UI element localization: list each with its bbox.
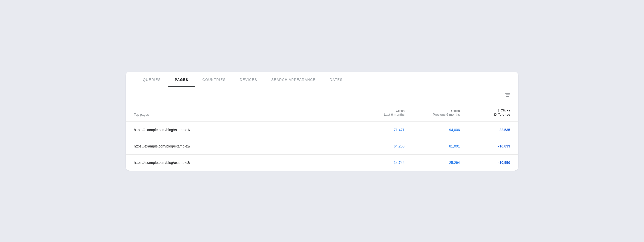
page-url[interactable]: https://example.com/blog/example2/ (134, 144, 349, 148)
col-diff-sort-row: ↑ Clicks (498, 108, 510, 113)
tab-pages[interactable]: PAGES (168, 72, 195, 87)
clicks-last-value: 71,471 (349, 128, 405, 132)
col-clicks-last-subtitle: Last 6 months (349, 113, 405, 116)
table-row: https://example.com/blog/example2/ 64,25… (126, 138, 518, 155)
clicks-prev-value: 94,006 (405, 128, 460, 132)
filter-line-2 (506, 95, 510, 95)
clicks-prev-value: 81,091 (405, 144, 460, 148)
col-clicks-last-title: Clicks (349, 109, 405, 113)
tab-bar: QUERIES PAGES COUNTRIES DEVICES SEARCH A… (126, 72, 518, 87)
diff-value: -16,833 (460, 144, 510, 148)
main-card: QUERIES PAGES COUNTRIES DEVICES SEARCH A… (126, 72, 518, 171)
col-diff-header: ↑ Clicks Difference (460, 108, 510, 116)
col-clicks-prev-subtitle: Previous 6 months (405, 113, 460, 116)
diff-value: -10,550 (460, 161, 510, 165)
data-table: Top pages Clicks Last 6 months Clicks Pr… (126, 103, 518, 171)
clicks-last-value: 14,744 (349, 161, 405, 165)
clicks-last-value: 64,258 (349, 144, 405, 148)
tab-queries[interactable]: QUERIES (136, 72, 168, 87)
col-page-label: Top pages (134, 113, 349, 116)
diff-value: -22,535 (460, 128, 510, 132)
tab-devices[interactable]: DEVICES (233, 72, 264, 87)
sort-arrow-icon: ↑ (498, 108, 500, 113)
table-row: https://example.com/blog/example3/ 14,74… (126, 155, 518, 171)
table-row: https://example.com/blog/example1/ 71,47… (126, 122, 518, 138)
filter-bar (126, 87, 518, 103)
col-diff-title: Clicks (501, 108, 510, 112)
filter-line-1 (505, 93, 510, 94)
col-clicks-prev-header: Clicks Previous 6 months (405, 109, 460, 116)
clicks-prev-value: 25,294 (405, 161, 460, 165)
col-diff-subtitle: Difference (494, 113, 510, 116)
page-url[interactable]: https://example.com/blog/example1/ (134, 128, 349, 132)
col-clicks-last-header: Clicks Last 6 months (349, 109, 405, 116)
table-header: Top pages Clicks Last 6 months Clicks Pr… (126, 103, 518, 122)
tab-search-appearance[interactable]: SEARCH APPEARANCE (264, 72, 323, 87)
col-clicks-prev-title: Clicks (405, 109, 460, 113)
filter-line-3 (506, 96, 509, 97)
tab-countries[interactable]: COUNTRIES (195, 72, 233, 87)
page-url[interactable]: https://example.com/blog/example3/ (134, 161, 349, 165)
filter-button[interactable] (505, 93, 510, 97)
tab-dates[interactable]: DATES (323, 72, 349, 87)
